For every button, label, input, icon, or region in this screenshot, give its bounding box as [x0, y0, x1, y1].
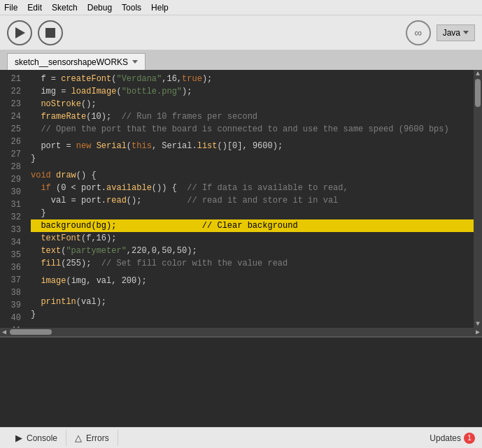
line-num-24: 24 — [0, 110, 27, 123]
code-editor: 21 22 23 24 25 26 27 28 29 30 31 32 33 3… — [0, 70, 482, 328]
line-num-28: 28 — [0, 161, 27, 173]
line-num-26: 26 — [0, 136, 27, 148]
errors-button[interactable]: △ Errors — [66, 430, 118, 446]
tab-label: sketch__sensorshapeWORKS — [15, 57, 128, 67]
code-line-28: } — [31, 152, 474, 165]
scroll-left-arrow[interactable]: ◀ — [0, 328, 8, 336]
line-num-40: 40 — [0, 312, 27, 324]
code-line-34: background(bg); // Clear background — [31, 219, 474, 232]
code-line-30: void draw() { — [31, 169, 474, 182]
code-line-31: if (0 < port.available()) { // If data i… — [31, 182, 474, 194]
code-line-32: val = port.read(); // read it and store … — [31, 194, 474, 207]
debugger-button[interactable]: ∞ — [406, 20, 431, 45]
stop-button[interactable] — [38, 20, 63, 45]
tab-dropdown-icon — [132, 60, 138, 64]
code-line-35: textFont(f,16); — [31, 232, 474, 245]
line-num-34: 34 — [0, 236, 27, 249]
toolbar: ∞ Java — [0, 15, 482, 50]
scroll-right-arrow[interactable]: ▶ — [474, 328, 482, 336]
horizontal-scrollbar[interactable]: ◀ ▶ — [0, 328, 482, 336]
menu-file[interactable]: File — [4, 3, 17, 13]
errors-label: Errors — [86, 433, 109, 443]
line-num-21: 21 — [0, 73, 27, 85]
line-num-23: 23 — [0, 98, 27, 110]
code-line-23: noStroke(); — [31, 98, 474, 110]
chevron-down-icon — [463, 31, 469, 34]
line-num-27: 27 — [0, 148, 27, 161]
code-line-27: port = new Serial(this, Serial.list()[0]… — [31, 140, 474, 152]
line-num-29: 29 — [0, 173, 27, 186]
line-num-39: 39 — [0, 299, 27, 312]
menu-help[interactable]: Help — [151, 3, 169, 13]
stop-icon — [45, 28, 55, 38]
line-numbers: 21 22 23 24 25 26 27 28 29 30 31 32 33 3… — [0, 70, 27, 328]
code-content[interactable]: f = createFont("Verdana",16,true); img =… — [27, 70, 474, 328]
code-line-21: f = createFont("Verdana",16,true); — [31, 73, 474, 85]
line-num-25: 25 — [0, 123, 27, 136]
line-num-32: 32 — [0, 211, 27, 224]
code-line-37: fill(255); // Set fill color with the va… — [31, 257, 474, 270]
scroll-up-arrow[interactable]: ▲ — [474, 70, 482, 78]
status-bar: ▶ Console △ Errors Updates 1 — [0, 427, 482, 448]
vertical-scrollbar-thumb[interactable] — [475, 79, 481, 107]
console-button[interactable]: ▶ Console — [7, 430, 66, 446]
updates-button[interactable]: Updates 1 — [430, 433, 475, 444]
run-button[interactable] — [7, 20, 32, 45]
vertical-scrollbar[interactable]: ▲ ▼ — [474, 70, 482, 328]
java-mode-button[interactable]: Java — [437, 24, 475, 41]
scroll-down-arrow[interactable]: ▼ — [474, 320, 482, 328]
updates-label: Updates — [430, 433, 461, 443]
code-line-24: frameRate(10); // Run 10 frames per seco… — [31, 110, 474, 123]
debugger-icon: ∞ — [414, 27, 422, 38]
update-count-badge: 1 — [464, 433, 475, 444]
line-num-37: 37 — [0, 274, 27, 287]
line-num-31: 31 — [0, 198, 27, 211]
code-line-25: // Open the port that the board is conne… — [31, 123, 474, 136]
sketch-tab[interactable]: sketch__sensorshapeWORKS — [7, 53, 146, 70]
menu-bar: File Edit Sketch Debug Tools Help — [0, 0, 482, 15]
play-icon — [15, 27, 25, 38]
menu-tools[interactable]: Tools — [122, 3, 141, 13]
horizontal-scrollbar-thumb[interactable] — [10, 329, 52, 335]
menu-edit[interactable]: Edit — [27, 3, 42, 13]
tab-bar: sketch__sensorshapeWORKS — [0, 50, 482, 70]
warning-icon: △ — [75, 433, 82, 443]
editor-area: sketch__sensorshapeWORKS 21 22 23 24 25 … — [0, 50, 482, 336]
code-line-39: image(img, val, 200); — [31, 275, 474, 287]
code-line-44 — [31, 321, 474, 325]
line-num-36: 36 — [0, 261, 27, 274]
code-line-43: } — [31, 308, 474, 321]
menu-debug[interactable]: Debug — [87, 3, 112, 13]
menu-sketch[interactable]: Sketch — [52, 3, 78, 13]
line-num-30: 30 — [0, 186, 27, 198]
line-num-33: 33 — [0, 224, 27, 236]
code-line-42: println(val); — [31, 296, 474, 308]
console-icon: ▶ — [15, 433, 22, 443]
code-line-22: img = loadImage("bottle.png"); — [31, 85, 474, 98]
bottom-panel — [0, 336, 482, 427]
console-label: Console — [27, 433, 57, 443]
line-num-22: 22 — [0, 85, 27, 98]
line-num-38: 38 — [0, 287, 27, 299]
line-num-35: 35 — [0, 249, 27, 261]
java-label: Java — [443, 28, 460, 38]
code-line-36: text("partymeter",220,0,50,50); — [31, 245, 474, 257]
code-line-33: } — [31, 207, 474, 219]
